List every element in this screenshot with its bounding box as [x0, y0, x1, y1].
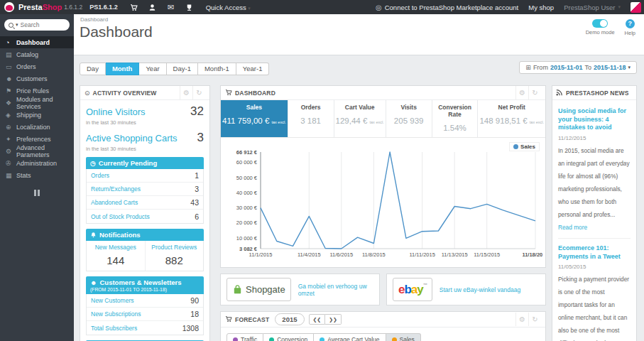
- svg-text:11/1/2015: 11/1/2015: [249, 251, 273, 258]
- forecast-prev-button[interactable]: ❮❮: [309, 314, 326, 325]
- price-rules-icon: ⚑: [6, 87, 16, 94]
- cart-icon: [225, 89, 232, 97]
- table-row: New Customers90: [87, 294, 203, 308]
- refresh-icon[interactable]: ↻: [528, 86, 541, 99]
- rss-icon: [556, 89, 563, 97]
- gear-icon[interactable]: ⚙: [515, 313, 528, 326]
- read-more-link[interactable]: Read more: [558, 224, 587, 231]
- gear-icon[interactable]: ⚙: [180, 86, 192, 99]
- article-title-link[interactable]: Using social media for your business: 4 …: [558, 107, 631, 132]
- breadcrumb[interactable]: Dashboard: [80, 16, 108, 23]
- sidebar-item-shipping[interactable]: ◈Shipping: [0, 109, 74, 121]
- gear-icon[interactable]: ⚙: [515, 86, 528, 99]
- ebay-link[interactable]: Start uw eBay-winkel vandaag: [440, 286, 520, 293]
- kpi-net-profit[interactable]: Net Profit 148 918,51 € tax excl.: [478, 100, 545, 137]
- article-date: 11/05/2015: [558, 264, 631, 270]
- shipping-icon: ◈: [6, 112, 16, 119]
- shopgate-link[interactable]: Ga mobiel en verhoog uw omzet: [298, 283, 373, 297]
- localization-icon: ⊕: [6, 124, 16, 131]
- quick-access-menu[interactable]: Quick Access ▾: [206, 4, 251, 11]
- sales-dot-icon: [392, 337, 397, 341]
- online-visitors-link[interactable]: Online Visitors: [86, 107, 146, 117]
- pending-orders-link[interactable]: Orders: [91, 172, 109, 179]
- pending-returns-link[interactable]: Return/Exchanges: [91, 185, 141, 193]
- sidebar-item-price-rules[interactable]: ⚑Price Rules: [0, 85, 74, 97]
- sidebar-item-orders[interactable]: ▭Orders: [0, 60, 74, 72]
- chevron-down-icon: ▾: [618, 4, 621, 10]
- sidebar-item-stats[interactable]: ▦Stats: [0, 169, 74, 181]
- kpi-cart-value[interactable]: Cart Value 129,44 € tax excl.: [334, 100, 386, 137]
- brand-name[interactable]: PrestaShop: [18, 3, 62, 11]
- new-subscriptions-link[interactable]: New Subscriptions: [91, 310, 141, 318]
- svg-text:11/11/2015: 11/11/2015: [409, 251, 435, 258]
- marketplace-link[interactable]: ◎Connect to PrestaShop Marketplace accou…: [376, 4, 518, 11]
- search-scope-caret-icon[interactable]: ▾: [16, 22, 18, 28]
- messages-icon[interactable]: ✉: [162, 3, 180, 12]
- kpi-row: Sales 411 759,00 € tax excl. Orders 3 18…: [221, 100, 545, 138]
- date-range-toolbar: Day Month Year Day-1 Month-1 Year-1 ⊞ Fr…: [80, 61, 637, 74]
- shopgate-banner[interactable]: Shopgate Ga mobiel en verhoog uw omzet: [220, 274, 380, 305]
- sidebar-collapse-button[interactable]: [33, 190, 41, 196]
- range-month-button[interactable]: Month: [106, 63, 140, 75]
- sales-line-chart: 3 082 €10 000 €20 000 €30 000 €40 000 €5…: [224, 141, 542, 263]
- new-customers-link[interactable]: New Customers: [91, 297, 133, 304]
- toggle-conversion[interactable]: Conversion: [263, 333, 314, 341]
- range-day-button[interactable]: Day: [80, 63, 106, 75]
- search-input[interactable]: [21, 21, 58, 28]
- my-shop-link[interactable]: My shop: [528, 4, 554, 11]
- forecast-metric-toggles: Traffic Conversion Average Cart Value Sa…: [221, 328, 427, 341]
- date-range-picker[interactable]: ⊞ From 2015-11-01 To 2015-11-18 ▾: [519, 61, 637, 74]
- modules-icon: ❖: [6, 99, 16, 107]
- cart-icon[interactable]: [125, 3, 143, 11]
- sidebar-item-advanced-parameters[interactable]: ⚙Advanced Parameters: [0, 145, 74, 157]
- forecast-next-button[interactable]: ❯❯: [325, 314, 342, 325]
- article-title-link[interactable]: Ecommerce 101: Payments in a Tweet: [558, 244, 631, 261]
- range-day-1-button[interactable]: Day-1: [167, 63, 198, 75]
- svg-text:66 912 €: 66 912 €: [236, 149, 258, 156]
- new-messages-link[interactable]: New Messages: [88, 244, 143, 251]
- out-of-stock-link[interactable]: Out of Stock Products: [91, 213, 150, 220]
- sidebar-item-modules[interactable]: ❖Modules and Services: [0, 97, 74, 109]
- toggle-traffic[interactable]: Traffic: [227, 333, 263, 341]
- user-menu[interactable]: PrestaShop User ▾: [564, 4, 621, 11]
- sidebar-item-catalog[interactable]: ▤Catalog: [0, 48, 74, 60]
- trophy-icon[interactable]: [180, 3, 199, 11]
- toggle-sales[interactable]: Sales: [386, 333, 421, 341]
- active-carts-link[interactable]: Active Shopping Carts: [86, 133, 178, 144]
- toggle-average-cart-value[interactable]: Average Cart Value: [314, 333, 386, 341]
- sidebar-item-administration[interactable]: ✇Administration: [0, 157, 74, 169]
- help-button[interactable]: ? Help: [625, 19, 635, 36]
- refresh-icon[interactable]: ↻: [528, 313, 541, 326]
- prestashop-logo[interactable]: [4, 2, 14, 12]
- kpi-orders[interactable]: Orders 3 181: [288, 100, 334, 137]
- user-avatar[interactable]: [631, 2, 641, 13]
- kpi-conversion-rate[interactable]: Conversion Rate 1.54%: [432, 100, 479, 137]
- product-reviews-link[interactable]: Product Reviews: [147, 244, 202, 251]
- table-row: Abandoned Carts43: [87, 196, 203, 210]
- range-button-group: Day Month Year Day-1 Month-1 Year-1: [80, 63, 269, 75]
- ebay-banner[interactable]: ebay™ Start uw eBay-winkel vandaag: [386, 274, 546, 305]
- sidebar-item-localization[interactable]: ⊕Localization: [0, 121, 74, 133]
- activity-icon: ⊙: [84, 90, 90, 97]
- demo-mode-toggle[interactable]: Demo mode: [586, 19, 615, 36]
- range-year-button[interactable]: Year: [139, 63, 166, 75]
- sidebar-item-preferences[interactable]: ✦Preferences: [0, 133, 74, 145]
- toggle-icon[interactable]: [592, 19, 608, 28]
- sidebar-item-customers[interactable]: ☻Customers: [0, 72, 74, 85]
- refresh-icon[interactable]: ↻: [192, 86, 205, 99]
- kpi-visits[interactable]: Visits 205 939: [386, 100, 432, 137]
- abandoned-carts-link[interactable]: Abandoned Carts: [91, 199, 138, 206]
- traffic-dot-icon: [233, 337, 238, 341]
- table-row: New Subscriptions18: [87, 308, 203, 321]
- total-subscribers-link[interactable]: Total Subscribers: [91, 325, 137, 332]
- catalog-icon: ▤: [6, 51, 16, 58]
- customers-quick-icon[interactable]: [143, 3, 162, 11]
- sidebar-search[interactable]: ▾: [4, 19, 70, 31]
- sidebar-item-dashboard[interactable]: ◔Dashboard: [0, 36, 74, 48]
- kpi-sales[interactable]: Sales 411 759,00 € tax excl.: [221, 100, 288, 137]
- svg-text:11/8/2015: 11/8/2015: [362, 251, 386, 258]
- page-header: Dashboard Dashboard Demo mode ? Help: [74, 14, 644, 55]
- range-year-1-button[interactable]: Year-1: [236, 63, 270, 75]
- help-icon[interactable]: ?: [626, 19, 635, 28]
- range-month-1-button[interactable]: Month-1: [198, 63, 236, 75]
